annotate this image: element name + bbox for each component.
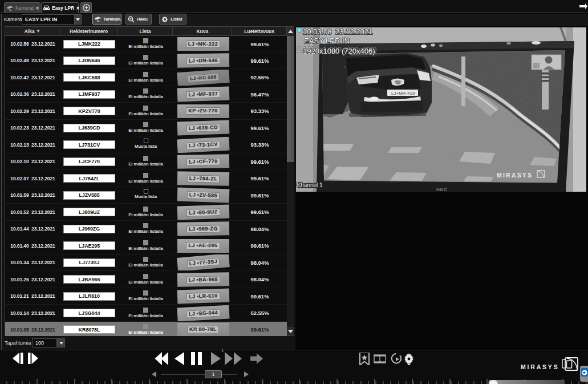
svg-text:HKC: HKC [436,187,448,192]
svg-text:EASY LPR IN: EASY LPR IN [304,37,350,45]
svg-text:MIRASYS: MIRASYS [497,172,533,179]
svg-text:LJ ▪MR-419: LJ ▪MR-419 [391,91,415,96]
svg-text:10.03.08 23.12.2021: 10.03.08 23.12.2021 [303,27,372,36]
svg-text:Channel 1: Channel 1 [297,182,323,188]
svg-text:1920x1080 (720x406): 1920x1080 (720x406) [303,47,375,55]
